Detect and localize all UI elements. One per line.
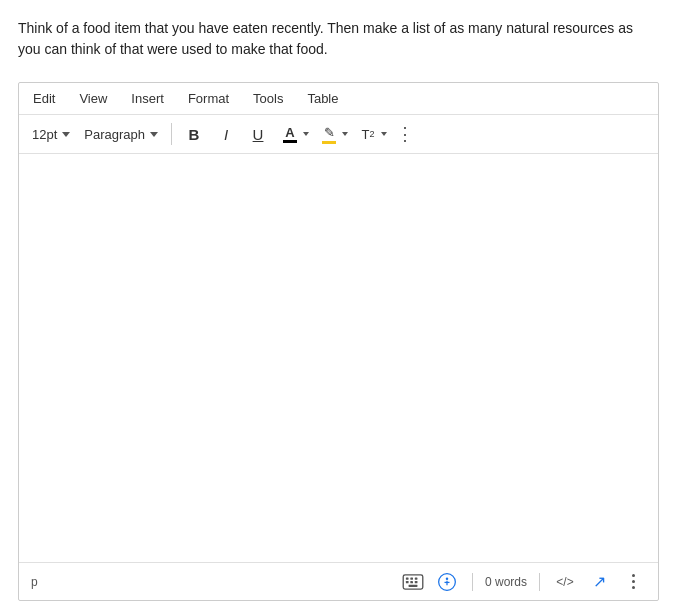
svg-rect-5	[410, 581, 413, 583]
status-divider-2	[539, 573, 540, 591]
svg-rect-1	[406, 577, 409, 579]
svg-rect-7	[409, 584, 418, 586]
paragraph-style-select[interactable]: Paragraph	[79, 125, 163, 144]
underline-label: U	[253, 126, 264, 143]
svg-rect-4	[406, 581, 409, 583]
page-container: Think of a food item that you have eaten…	[0, 0, 677, 601]
font-color-bar	[283, 140, 297, 143]
editor-wrapper: Edit View Insert Format Tools Table 12pt…	[18, 82, 659, 601]
word-count: 0 words	[485, 575, 527, 589]
toolbar-divider-1	[171, 123, 172, 145]
menu-table[interactable]: Table	[303, 89, 342, 108]
superscript-icon: T2	[356, 121, 380, 147]
menu-bar: Edit View Insert Format Tools Table	[19, 83, 658, 115]
code-view-button[interactable]: </>	[552, 569, 578, 595]
bold-label: B	[189, 126, 200, 143]
italic-label: I	[224, 126, 228, 143]
svg-rect-2	[410, 577, 413, 579]
status-bar: p	[19, 562, 658, 600]
highlight-color-button[interactable]: ✎	[315, 119, 350, 149]
paragraph-style-chevron-icon	[150, 132, 158, 137]
underline-button[interactable]: U	[244, 121, 272, 147]
font-size-value: 12pt	[32, 127, 57, 142]
accessibility-icon	[437, 572, 457, 592]
font-color-icon: A	[278, 121, 302, 147]
menu-edit[interactable]: Edit	[29, 89, 59, 108]
menu-format[interactable]: Format	[184, 89, 233, 108]
editor-content[interactable]	[19, 154, 658, 562]
font-color-button[interactable]: A	[276, 119, 311, 149]
html-tag-indicator: p	[31, 575, 38, 589]
keyboard-icon	[402, 574, 424, 590]
highlight-color-bar	[322, 141, 336, 144]
status-right-group: 0 words </> ↗	[400, 569, 646, 595]
menu-view[interactable]: View	[75, 89, 111, 108]
more-options-button[interactable]: ⋮	[393, 121, 417, 147]
toolbar: 12pt Paragraph B I U	[19, 115, 658, 154]
more-status-icon	[625, 572, 641, 592]
font-size-select[interactable]: 12pt	[27, 125, 75, 144]
keyboard-shortcut-button[interactable]	[400, 569, 426, 595]
svg-point-9	[446, 577, 449, 580]
superscript-chevron-icon	[381, 132, 387, 136]
code-icon: </>	[556, 575, 573, 589]
menu-insert[interactable]: Insert	[127, 89, 168, 108]
status-divider-1	[472, 573, 473, 591]
superscript-button[interactable]: T2	[354, 119, 389, 149]
expand-icon: ↗	[593, 572, 606, 591]
accessibility-button[interactable]	[434, 569, 460, 595]
highlight-color-chevron-icon	[342, 132, 348, 136]
prompt-text: Think of a food item that you have eaten…	[18, 18, 659, 60]
svg-rect-6	[415, 581, 418, 583]
more-options-icon: ⋮	[396, 123, 414, 145]
highlight-color-icon: ✎	[317, 121, 341, 147]
font-color-chevron-icon	[303, 132, 309, 136]
bold-button[interactable]: B	[180, 121, 208, 147]
expand-button[interactable]: ↗	[586, 569, 612, 595]
svg-rect-3	[415, 577, 418, 579]
more-status-button[interactable]	[620, 569, 646, 595]
menu-tools[interactable]: Tools	[249, 89, 287, 108]
italic-button[interactable]: I	[212, 121, 240, 147]
paragraph-style-value: Paragraph	[84, 127, 145, 142]
font-size-chevron-icon	[62, 132, 70, 137]
